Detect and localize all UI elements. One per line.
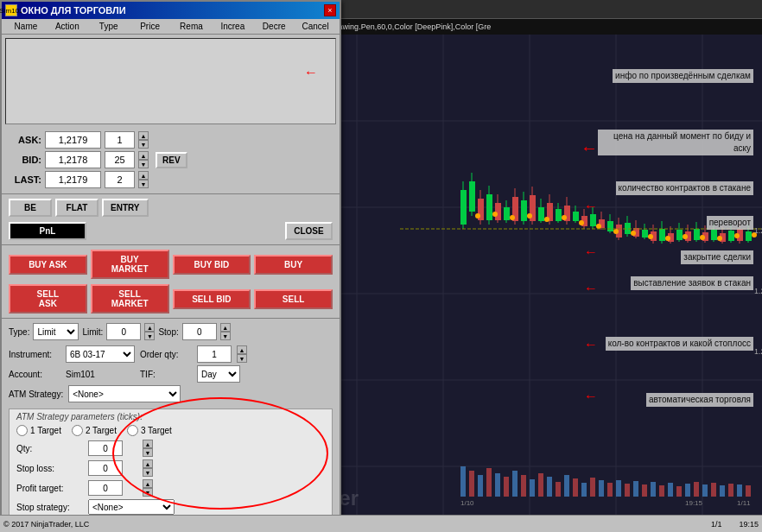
close-button[interactable]: CLOSE bbox=[285, 222, 333, 240]
svg-rect-114 bbox=[504, 477, 509, 497]
bid-qty-up[interactable]: ▲ bbox=[138, 151, 149, 160]
col-type: Type bbox=[88, 22, 130, 31]
target3-radio[interactable] bbox=[127, 425, 138, 436]
last-qty-up[interactable]: ▲ bbox=[138, 171, 149, 180]
account-label: Account: bbox=[9, 370, 60, 379]
type-select[interactable]: Limit Market Stop bbox=[33, 323, 79, 340]
limit-down[interactable]: ▼ bbox=[144, 332, 155, 340]
profit-target-up[interactable]: ▲ bbox=[143, 479, 153, 488]
bid-qty-down[interactable]: ▼ bbox=[138, 160, 149, 168]
stop-loss-up[interactable]: ▲ bbox=[143, 459, 153, 468]
tif-select[interactable]: Day GTC bbox=[197, 365, 240, 383]
atm-label: ATM Strategy: bbox=[9, 390, 63, 399]
profit-target-label: Profit target: bbox=[16, 484, 86, 493]
main-container: 6B 03-17 · 15 Min ],Color [Magenta],0,Co… bbox=[0, 0, 762, 532]
ask-qty-down[interactable]: ▼ bbox=[138, 140, 149, 149]
stop-loss-down[interactable]: ▼ bbox=[143, 468, 153, 477]
svg-point-96 bbox=[562, 215, 567, 220]
svg-rect-115 bbox=[512, 471, 518, 497]
ask-qty-up[interactable]: ▲ bbox=[138, 131, 149, 140]
page-number: 1/1 bbox=[711, 520, 722, 529]
target1-option[interactable]: 1 Target bbox=[16, 425, 61, 436]
order-qty-up[interactable]: ▲ bbox=[237, 345, 247, 354]
svg-rect-127 bbox=[616, 480, 621, 497]
svg-point-92 bbox=[492, 212, 498, 217]
atm-select[interactable]: <None> bbox=[68, 385, 181, 402]
svg-rect-133 bbox=[668, 483, 673, 497]
ask-price-input[interactable] bbox=[45, 131, 101, 149]
bid-row: BID: ▲ ▼ REV bbox=[9, 151, 333, 168]
bid-label: BID: bbox=[9, 155, 41, 165]
sell-button[interactable]: SELL bbox=[254, 289, 333, 309]
qty-label: Qty: bbox=[16, 444, 86, 453]
copyright: © 2017 NinjaTrader, LLC bbox=[3, 520, 89, 529]
svg-rect-129 bbox=[633, 481, 638, 497]
svg-rect-134 bbox=[676, 486, 682, 497]
ask-qty-spinners: ▲ ▼ bbox=[138, 131, 149, 149]
sell-row: SELLASK SELLMARKET SELL BID SELL bbox=[2, 282, 340, 316]
target1-radio[interactable] bbox=[16, 425, 28, 436]
stop-up[interactable]: ▲ bbox=[220, 323, 231, 332]
svg-rect-131 bbox=[651, 482, 656, 497]
stop-loss-field[interactable] bbox=[88, 460, 123, 476]
last-qty-down[interactable]: ▼ bbox=[138, 180, 149, 188]
profit-target-field[interactable] bbox=[88, 480, 123, 496]
buy-market-button[interactable]: BUYMARKET bbox=[91, 250, 169, 279]
flat-button[interactable]: FLAT bbox=[55, 199, 98, 217]
be-flat-entry-row: BE FLAT ENTRY bbox=[2, 196, 340, 219]
order-qty-input[interactable] bbox=[197, 345, 232, 363]
stop-strategy-select[interactable]: <None> bbox=[88, 499, 175, 515]
window-close-button[interactable]: × bbox=[324, 4, 336, 16]
svg-rect-137 bbox=[702, 484, 708, 497]
stop-down[interactable]: ▼ bbox=[220, 332, 231, 340]
svg-rect-112 bbox=[486, 468, 492, 497]
ask-qty-input[interactable] bbox=[105, 131, 135, 149]
last-price-input[interactable] bbox=[45, 171, 101, 188]
tif-label: TIF: bbox=[140, 370, 192, 379]
svg-rect-140 bbox=[728, 484, 733, 497]
separator-1 bbox=[2, 193, 340, 194]
order-qty-down[interactable]: ▼ bbox=[237, 354, 247, 363]
svg-rect-125 bbox=[599, 480, 604, 497]
svg-rect-120 bbox=[556, 482, 561, 497]
be-button[interactable]: BE bbox=[9, 199, 52, 217]
svg-rect-139 bbox=[720, 485, 725, 497]
sell-ask-button[interactable]: SELLASK bbox=[9, 284, 87, 314]
separator-3 bbox=[2, 318, 340, 319]
qty-field-up[interactable]: ▲ bbox=[143, 440, 153, 448]
rev-button[interactable]: REV bbox=[156, 152, 187, 168]
entry-button[interactable]: ENTRY bbox=[102, 199, 149, 217]
limit-input[interactable] bbox=[106, 323, 141, 340]
account-row: Account: Sim101 TIF: Day GTC bbox=[9, 365, 333, 383]
stop-spinners: ▲ ▼ bbox=[220, 323, 231, 340]
sell-market-button[interactable]: SELLMARKET bbox=[91, 284, 169, 314]
last-row: LAST: ▲ ▼ bbox=[9, 171, 333, 188]
trading-window: Sim101 ОКНО ДЛЯ ТОРГОВЛИ × Name Action T… bbox=[0, 0, 341, 532]
buy-bid-button[interactable]: BUY BID bbox=[173, 255, 251, 275]
account-value: Sim101 bbox=[66, 370, 135, 379]
stop-loss-label: Stop loss: bbox=[16, 464, 86, 473]
stop-input[interactable] bbox=[182, 323, 217, 340]
window-title: ОКНО ДЛЯ ТОРГОВЛИ bbox=[21, 5, 126, 16]
buy-ask-button[interactable]: BUY ASK bbox=[9, 255, 87, 275]
limit-up[interactable]: ▲ bbox=[144, 323, 155, 332]
last-qty-input[interactable] bbox=[105, 171, 135, 188]
sell-bid-button[interactable]: SELL BID bbox=[173, 289, 251, 309]
type-label: Type: bbox=[9, 327, 29, 337]
target3-option[interactable]: 3 Target bbox=[127, 425, 172, 436]
svg-point-99 bbox=[613, 229, 619, 234]
instrument-select[interactable]: 6B 03-17 bbox=[66, 345, 135, 363]
target2-radio[interactable] bbox=[72, 425, 83, 436]
qty-field[interactable] bbox=[88, 440, 123, 456]
svg-point-100 bbox=[631, 231, 636, 236]
pnl-button[interactable]: PnL bbox=[9, 222, 86, 240]
qty-field-down[interactable]: ▼ bbox=[143, 448, 153, 457]
buy-button[interactable]: BUY bbox=[254, 255, 333, 275]
stop-label: Stop: bbox=[158, 327, 178, 337]
target2-option[interactable]: 2 Target bbox=[72, 425, 117, 436]
col-name: Name bbox=[5, 22, 47, 31]
svg-text:1/10: 1/10 bbox=[460, 499, 474, 507]
bid-price-input[interactable] bbox=[45, 151, 101, 168]
bid-qty-input[interactable] bbox=[105, 151, 135, 168]
profit-target-down[interactable]: ▼ bbox=[143, 488, 153, 497]
